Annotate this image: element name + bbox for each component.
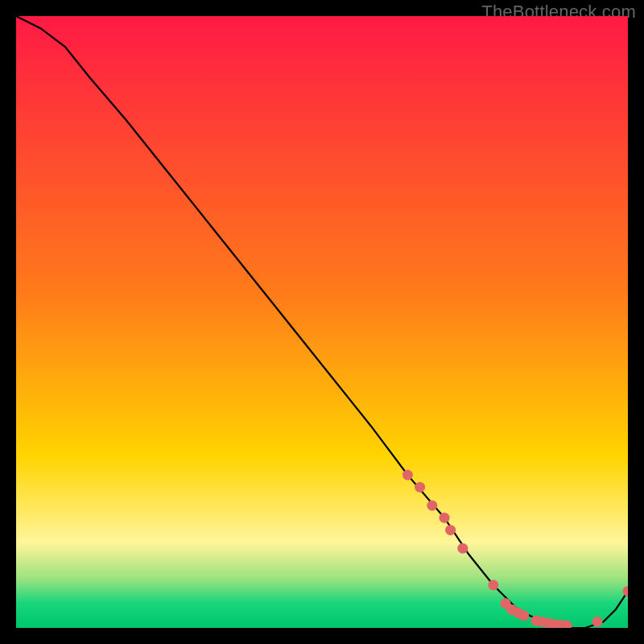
data-marker <box>518 610 529 621</box>
chart-svg <box>16 16 628 628</box>
plot-area <box>16 16 628 628</box>
data-marker <box>415 482 425 493</box>
data-marker <box>592 617 603 627</box>
data-marker <box>427 501 437 511</box>
chart-frame: TheBottleneck.com <box>0 0 644 644</box>
gradient-background <box>16 16 628 628</box>
data-marker <box>402 470 413 481</box>
data-marker <box>440 513 450 523</box>
data-marker <box>445 525 456 535</box>
data-marker <box>457 543 468 554</box>
data-marker <box>488 580 498 590</box>
